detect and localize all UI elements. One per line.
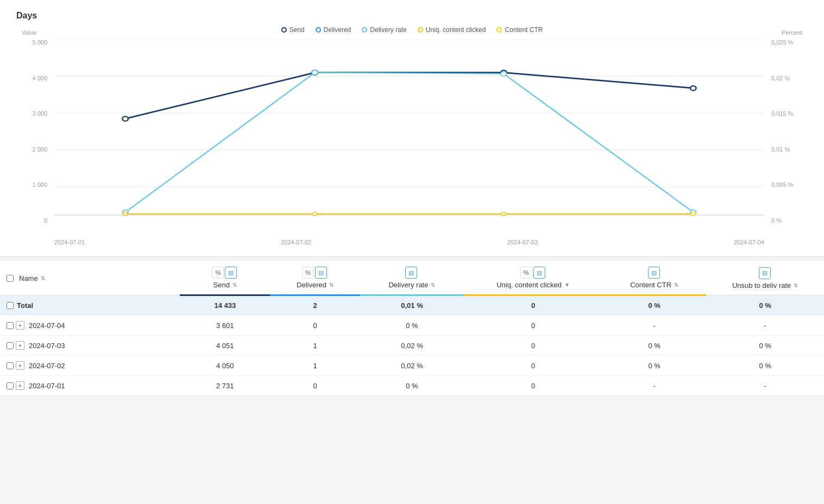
legend-send: Send [281, 26, 305, 34]
uniq-col-header[interactable]: Uniq. content clicked ▼ [470, 281, 596, 289]
send-icons: % ▤ [186, 267, 263, 279]
th-unsub-deliv: ▤ Unsub to deliv rate ⇅ [706, 261, 824, 295]
row-checkbox-total[interactable] [7, 302, 14, 309]
expand-button[interactable]: + [16, 341, 24, 350]
x-tick-1: 2024-07-02 [281, 239, 311, 245]
select-all-checkbox[interactable] [7, 275, 14, 282]
svg-point-9 [690, 86, 696, 91]
svg-point-16 [501, 212, 506, 216]
x-tick-2: 2024-07-03 [507, 239, 538, 245]
y-right-tick-3: 0,01 % [771, 146, 790, 153]
svg-point-6 [122, 116, 128, 121]
uniq-icons: % ▤ [470, 267, 596, 279]
delivery-rate-icons: ▤ [367, 267, 457, 279]
row-send: 2 731 [180, 376, 270, 396]
chart-section: Days Send Delivered Delivery rate Uniq. … [0, 0, 824, 257]
ctr-icons: ▤ [609, 267, 700, 279]
legend-label-delivery-rate: Delivery rate [370, 26, 406, 34]
row-delivered: 1 [270, 336, 360, 356]
table-header-row: Name ⇅ % ▤ Send ⇅ [0, 261, 824, 295]
chart-legend: Send Delivered Delivery rate Uniq. conte… [16, 26, 808, 34]
send-chart-icon[interactable]: ▤ [225, 267, 237, 279]
chart-svg [54, 39, 764, 224]
delivered-percent-icon[interactable]: % [302, 267, 314, 279]
x-tick-0: 2024-07-01 [54, 239, 85, 245]
chart-container: Value Percent 5 000 4 000 3 000 2 000 1 … [16, 39, 808, 245]
row-delivered: 0 [270, 376, 360, 396]
th-send: % ▤ Send ⇅ [180, 261, 270, 295]
row-name-cell: + 2024-07-02 [0, 356, 180, 376]
row-delivery-rate: 0 % [360, 316, 464, 336]
row-ctr: 0 % [602, 336, 706, 356]
row-uniq: 0 [464, 316, 602, 336]
legend-label-send: Send [290, 26, 305, 34]
table-row: Total 14 433 2 0,01 % 0 0 % 0 % [0, 295, 824, 316]
uniq-percent-icon[interactable]: % [520, 267, 532, 279]
send-col-label: Send [213, 281, 230, 289]
send-col-header[interactable]: Send ⇅ [186, 281, 263, 289]
row-checkbox[interactable] [7, 322, 14, 329]
name-col-label: Name [19, 274, 38, 282]
legend-delivered: Delivered [316, 26, 351, 34]
row-unsub: 0 % [706, 356, 824, 376]
th-delivery-rate: ▤ Delivery rate ⇅ [360, 261, 464, 295]
legend-delivery-rate: Delivery rate [362, 26, 406, 34]
legend-label-uniq: Uniq. content clicked [426, 26, 486, 34]
row-uniq: 0 [464, 356, 602, 376]
delivered-chart-icon[interactable]: ▤ [315, 267, 327, 279]
name-col-header[interactable]: Name ⇅ [19, 274, 45, 282]
total-send: 14 433 [180, 295, 270, 316]
unsub-chart-icon[interactable]: ▤ [759, 267, 771, 279]
row-delivered: 1 [270, 356, 360, 376]
uniq-col-label: Uniq. content clicked [496, 281, 562, 289]
y-axis-left-label: Value [22, 29, 36, 36]
legend-dot-uniq [418, 27, 423, 33]
row-ctr: - [602, 316, 706, 336]
y-left-tick-4: 1 000 [32, 181, 47, 188]
delivery-rate-col-header[interactable]: Delivery rate ⇅ [367, 281, 457, 289]
delivered-col-header[interactable]: Delivered ⇅ [276, 281, 354, 289]
row-uniq: 0 [464, 376, 602, 396]
row-name-cell: + 2024-07-04 [0, 316, 180, 336]
ctr-col-header[interactable]: Content CTR ⇅ [609, 281, 700, 289]
expand-button[interactable]: + [16, 321, 24, 330]
delivered-sort-icon: ⇅ [329, 282, 334, 288]
y-axis-right-label: Percent [782, 29, 802, 36]
delivery-rate-chart-icon[interactable]: ▤ [405, 267, 417, 279]
row-ctr: 0 % [602, 356, 706, 376]
uniq-sort-icon: ▼ [564, 282, 570, 288]
unsub-icons: ▤ [713, 267, 817, 279]
row-uniq: 0 [464, 336, 602, 356]
table-row: + 2024-07-01 2 731 0 0 % 0 - - [0, 376, 824, 396]
chart-title: Days [16, 11, 808, 21]
legend-dot-send [281, 27, 287, 33]
legend-dot-delivery-rate [362, 27, 367, 33]
unsub-col-header[interactable]: Unsub to deliv rate ⇅ [713, 281, 817, 289]
uniq-chart-icon[interactable]: ▤ [533, 267, 545, 279]
row-unsub: 0 % [706, 336, 824, 356]
y-axis-right: 0,025 % 0,02 % 0,015 % 0,01 % 0,005 % 0 … [767, 39, 802, 224]
expand-button[interactable]: + [16, 381, 24, 390]
row-checkbox[interactable] [7, 342, 14, 349]
row-date-label: 2024-07-04 [29, 322, 65, 330]
row-delivery-rate: 0,02 % [360, 356, 464, 376]
ctr-sort-icon: ⇅ [674, 282, 678, 288]
y-left-tick-5: 0 [44, 217, 47, 224]
svg-point-11 [312, 70, 317, 75]
total-unsub: 0 % [706, 295, 824, 316]
x-axis: 2024-07-01 2024-07-02 2024-07-03 2024-07… [54, 224, 764, 245]
y-right-tick-4: 0,005 % [771, 181, 793, 188]
expand-button[interactable]: + [16, 361, 24, 370]
data-table: Name ⇅ % ▤ Send ⇅ [0, 261, 824, 396]
legend-ctr: Content CTR [496, 26, 543, 34]
total-uniq: 0 [464, 295, 602, 316]
chart-plot-area [54, 39, 764, 224]
total-delivery-rate: 0,01 % [360, 295, 464, 316]
row-checkbox[interactable] [7, 362, 14, 369]
row-checkbox[interactable] [7, 382, 14, 389]
ctr-chart-icon[interactable]: ▤ [648, 267, 660, 279]
legend-label-delivered: Delivered [324, 26, 351, 34]
row-ctr: - [602, 376, 706, 396]
y-left-tick-1: 4 000 [32, 75, 47, 81]
send-percent-icon[interactable]: % [212, 267, 224, 279]
